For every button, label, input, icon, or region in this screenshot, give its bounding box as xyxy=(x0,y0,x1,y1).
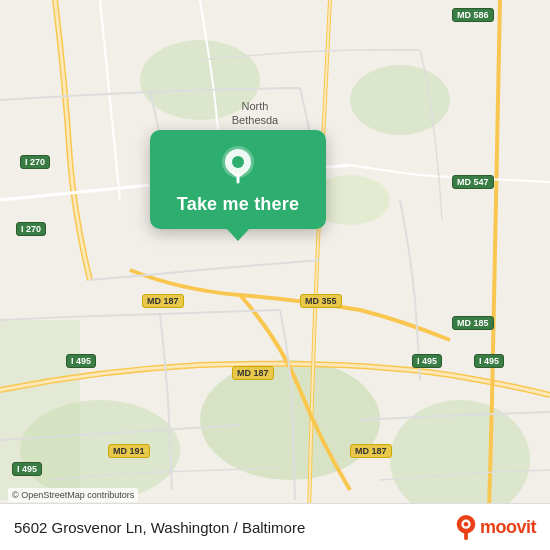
badge-md187-3: MD 187 xyxy=(350,444,392,458)
moovit-wordmark: moovit xyxy=(480,517,536,538)
bottom-bar: 5602 Grosvenor Ln, Washington / Baltimor… xyxy=(0,503,550,550)
badge-i495-4: I 495 xyxy=(12,462,42,476)
osm-attribution: © OpenStreetMap contributors xyxy=(8,488,138,502)
take-me-there-button[interactable]: Take me there xyxy=(150,130,326,229)
location-pin-icon xyxy=(217,144,259,186)
address-text: 5602 Grosvenor Ln, Washington / Baltimor… xyxy=(14,519,305,536)
badge-i270-2: I 270 xyxy=(16,222,46,236)
badge-md191: MD 191 xyxy=(108,444,150,458)
badge-md586: MD 586 xyxy=(452,8,494,22)
badge-md355: MD 355 xyxy=(300,294,342,308)
svg-text:Bethesda: Bethesda xyxy=(232,114,279,126)
badge-md187-1: MD 187 xyxy=(142,294,184,308)
badge-md547: MD 547 xyxy=(452,175,494,189)
badge-md185: MD 185 xyxy=(452,316,494,330)
map-container: North Bethesda I 270 I 270 MD 586 MD 547… xyxy=(0,0,550,550)
badge-i270-1: I 270 xyxy=(20,155,50,169)
moovit-logo: moovit xyxy=(455,514,536,540)
svg-point-15 xyxy=(464,522,469,527)
badge-i495-2: I 495 xyxy=(412,354,442,368)
map-roads: North Bethesda xyxy=(0,0,550,550)
svg-text:North: North xyxy=(242,100,269,112)
svg-point-5 xyxy=(350,65,450,135)
badge-i495-3: I 495 xyxy=(474,354,504,368)
take-me-there-label: Take me there xyxy=(177,194,299,215)
badge-i495-1: I 495 xyxy=(66,354,96,368)
moovit-pin-icon xyxy=(455,514,477,540)
badge-md187-2: MD 187 xyxy=(232,366,274,380)
svg-point-12 xyxy=(232,156,244,168)
